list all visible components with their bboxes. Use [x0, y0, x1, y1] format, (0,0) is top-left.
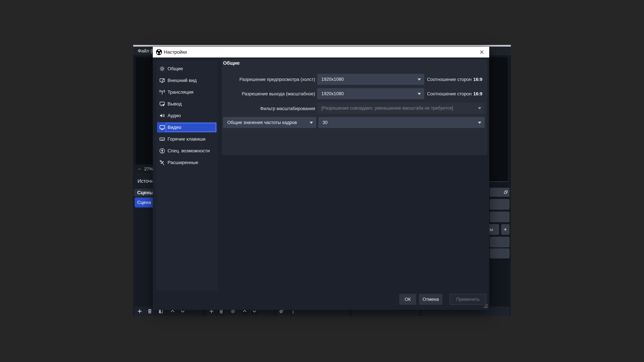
- output-resolution-combobox[interactable]: 1920x1080: [317, 88, 424, 99]
- tools-icon: [159, 160, 165, 166]
- ok-button[interactable]: ОК: [399, 294, 416, 305]
- output-resolution-value: 1920x1080: [321, 88, 414, 99]
- gear-icon: [159, 66, 165, 72]
- sidebar-item-output[interactable]: Вывод: [157, 98, 217, 110]
- chevron-down-icon: [310, 122, 313, 124]
- controls-dock: ы: [490, 185, 510, 306]
- section-title: Общие: [223, 60, 240, 66]
- sources-dock-title: Источн: [138, 173, 154, 189]
- settings-dialog: Настройки Общие Внешний вид: [153, 47, 489, 310]
- sidebar-item-stream[interactable]: Трансляция: [157, 86, 217, 98]
- video-general-section: Общие Разрешение предпросмотра (холст) 1…: [222, 59, 487, 155]
- broadcast-icon: [159, 89, 165, 95]
- zoom-level: 27%: [144, 164, 153, 173]
- scale-filter-value: [Разрешения совпадают, уменьшение масшта…: [321, 103, 474, 114]
- accessibility-icon: [159, 148, 165, 154]
- output-resolution-label: Разрешение выхода (масштабное): [222, 90, 315, 97]
- speaker-icon: [159, 113, 165, 119]
- aspect-ratio-value: 16:9: [473, 91, 482, 96]
- remove-scene-icon[interactable]: [147, 308, 152, 314]
- sidebar-item-general[interactable]: Общие: [157, 63, 217, 75]
- close-icon[interactable]: [478, 48, 486, 56]
- chevron-down-icon: [478, 122, 481, 124]
- controls-button-text-fragment: ы: [490, 224, 499, 235]
- chevron-down-icon: [418, 78, 421, 81]
- obs-logo-icon: [156, 49, 162, 55]
- sidebar-item-accessibility[interactable]: Спец. возможности: [157, 145, 217, 157]
- fps-value: 30: [322, 117, 474, 128]
- aspect-ratio-value: 16:9: [473, 77, 482, 82]
- output-aspect-ratio: Соотношение сторон16:9: [427, 90, 482, 97]
- controls-dock-button[interactable]: [490, 248, 510, 258]
- popout-icon[interactable]: [504, 190, 508, 195]
- dialog-titlebar[interactable]: Настройки: [153, 47, 489, 57]
- fps-type-value: Общие значения частоты кадров: [227, 117, 306, 128]
- sidebar-item-audio[interactable]: Аудио: [157, 110, 217, 121]
- appearance-icon: [159, 77, 165, 83]
- dialog-title: Настройки: [164, 47, 187, 57]
- controls-dock-button[interactable]: [490, 212, 510, 222]
- controls-dock-button[interactable]: [490, 199, 510, 210]
- sidebar-item-appearance[interactable]: Внешний вид: [157, 75, 217, 86]
- keyboard-icon: [159, 136, 165, 142]
- virtual-camera-settings-button[interactable]: [501, 224, 510, 235]
- window-top-edge: [133, 45, 511, 46]
- sidebar-item-advanced[interactable]: Расширенные: [157, 157, 217, 168]
- base-resolution-label: Разрешение предпросмотра (холст): [222, 76, 315, 83]
- base-aspect-ratio: Соотношение сторон16:9: [427, 76, 482, 83]
- fps-type-combobox[interactable]: Общие значения частоты кадров: [223, 117, 316, 128]
- controls-dock-titlebar: [490, 188, 510, 197]
- add-scene-icon[interactable]: [137, 308, 142, 314]
- scale-filter-label: Фильтр масштабирования: [222, 105, 315, 112]
- fps-value-combobox[interactable]: 30: [318, 117, 485, 128]
- sidebar-item-video[interactable]: Видео: [157, 121, 217, 133]
- output-icon: [159, 101, 165, 107]
- base-resolution-value: 1920x1080: [321, 74, 414, 85]
- settings-sidebar: Общие Внешний вид Трансляция Вывод: [156, 61, 218, 291]
- zoom-out-icon[interactable]: –: [136, 164, 142, 173]
- scale-filter-combobox: [Разрешения совпадают, уменьшение масшта…: [317, 103, 485, 114]
- base-resolution-combobox[interactable]: 1920x1080: [317, 74, 424, 85]
- chevron-down-icon: [478, 107, 481, 109]
- chevron-down-icon: [418, 93, 421, 95]
- resize-grip-icon[interactable]: [482, 303, 488, 309]
- sidebar-item-hotkeys[interactable]: Горячие клавиши: [157, 133, 217, 145]
- monitor-icon: [159, 124, 165, 130]
- preview-zoom-controls: – 27%: [134, 164, 155, 173]
- apply-button[interactable]: Применить: [450, 294, 486, 305]
- cancel-button[interactable]: Отмена: [419, 294, 442, 305]
- controls-dock-button[interactable]: [490, 237, 510, 247]
